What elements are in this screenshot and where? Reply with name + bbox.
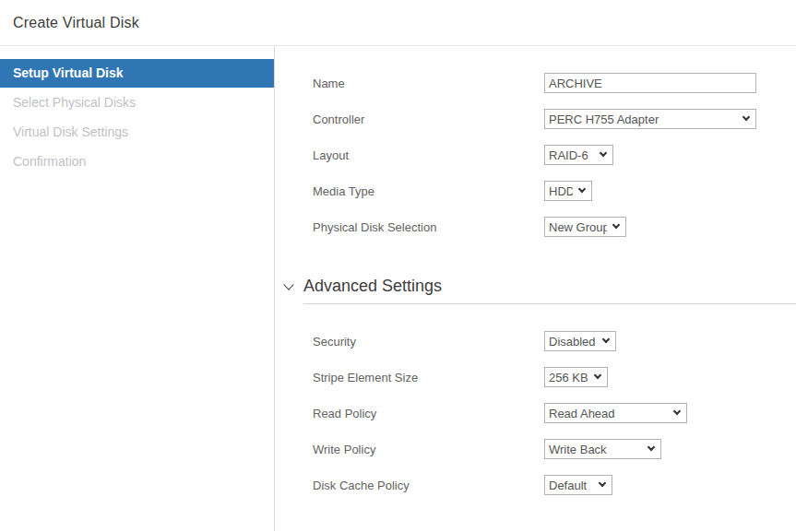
- step-label: Select Physical Disks: [13, 95, 136, 110]
- disk-cache-policy-label: Disk Cache Policy: [313, 479, 544, 492]
- sidebar-item-confirmation: Confirmation: [0, 147, 274, 176]
- stripe-element-size-label: Stripe Element Size: [313, 371, 544, 384]
- advanced-settings-group: SecurityDisabledStripe Element Size256 K…: [275, 331, 796, 495]
- form-row: Write PolicyWrite Back: [313, 439, 796, 459]
- physical-disk-selection-select-wrap: New Group: [544, 217, 626, 237]
- step-label: Confirmation: [13, 154, 86, 169]
- read-policy-select[interactable]: Read Ahead: [544, 403, 687, 423]
- write-policy-label: Write Policy: [313, 443, 544, 456]
- layout-select-wrap: RAID-6: [544, 145, 613, 165]
- advanced-settings-toggle[interactable]: Advanced Settings: [285, 277, 796, 296]
- form-row: Disk Cache PolicyDefault: [313, 475, 796, 495]
- sidebar-item-virtual-disk-settings: Virtual Disk Settings: [0, 117, 274, 147]
- layout-label: Layout: [313, 148, 544, 162]
- read-policy-label: Read Policy: [313, 407, 544, 420]
- form-row: Stripe Element Size256 KB: [313, 367, 796, 387]
- form-row: Read PolicyRead Ahead: [313, 403, 796, 423]
- read-policy-select-wrap: Read Ahead: [544, 403, 687, 423]
- write-policy-select-wrap: Write Back: [544, 439, 661, 459]
- stripe-element-size-select[interactable]: 256 KB: [544, 367, 608, 387]
- sidebar-item-setup-virtual-disk[interactable]: Setup Virtual Disk: [0, 59, 274, 88]
- create-virtual-disk-dialog: Create Virtual Disk Setup Virtual DiskSe…: [0, 0, 796, 531]
- form-row: LayoutRAID-6: [313, 145, 796, 165]
- name-label: Name: [313, 77, 544, 90]
- controller-select[interactable]: PERC H755 Adapter: [544, 109, 756, 129]
- security-select[interactable]: Disabled: [544, 331, 616, 351]
- page-title: Create Virtual Disk: [13, 15, 139, 31]
- media-type-label: Media Type: [313, 184, 544, 198]
- form-row: ControllerPERC H755 Adapter: [313, 109, 796, 129]
- step-label: Virtual Disk Settings: [13, 124, 128, 139]
- security-label: Security: [313, 335, 544, 349]
- controller-label: Controller: [313, 112, 544, 126]
- sidebar-item-select-physical-disks: Select Physical Disks: [0, 88, 274, 117]
- advanced-settings-section: Advanced Settings SecurityDisabledStripe…: [275, 277, 796, 495]
- form-row: SecurityDisabled: [313, 331, 796, 351]
- setup-virtual-disk-panel: NameControllerPERC H755 AdapterLayoutRAI…: [275, 46, 796, 531]
- chevron-down-icon: [283, 279, 293, 290]
- disk-cache-policy-select[interactable]: Default: [544, 475, 612, 495]
- name-input[interactable]: [544, 73, 756, 93]
- form-row: Name: [313, 73, 796, 93]
- layout-select[interactable]: RAID-6: [544, 145, 613, 165]
- disk-cache-policy-select-wrap: Default: [544, 475, 612, 495]
- physical-disk-selection-select[interactable]: New Group: [544, 217, 626, 237]
- basic-settings-group: NameControllerPERC H755 AdapterLayoutRAI…: [275, 73, 796, 237]
- controller-select-wrap: PERC H755 Adapter: [544, 109, 756, 129]
- wizard-steps-sidebar: Setup Virtual DiskSelect Physical DisksV…: [0, 46, 275, 531]
- advanced-settings-title: Advanced Settings: [303, 277, 442, 296]
- write-policy-select[interactable]: Write Back: [544, 439, 661, 459]
- form-row: Physical Disk SelectionNew Group: [313, 217, 796, 237]
- step-label: Setup Virtual Disk: [13, 65, 124, 80]
- form-row: Media TypeHDD: [313, 181, 796, 201]
- stripe-element-size-select-wrap: 256 KB: [544, 367, 608, 387]
- media-type-select[interactable]: HDD: [544, 181, 592, 201]
- dialog-header: Create Virtual Disk: [0, 0, 796, 46]
- security-select-wrap: Disabled: [544, 331, 616, 351]
- physical-disk-selection-label: Physical Disk Selection: [313, 220, 544, 234]
- media-type-select-wrap: HDD: [544, 181, 592, 201]
- dialog-body: Setup Virtual DiskSelect Physical DisksV…: [0, 46, 796, 531]
- section-divider: [303, 303, 796, 304]
